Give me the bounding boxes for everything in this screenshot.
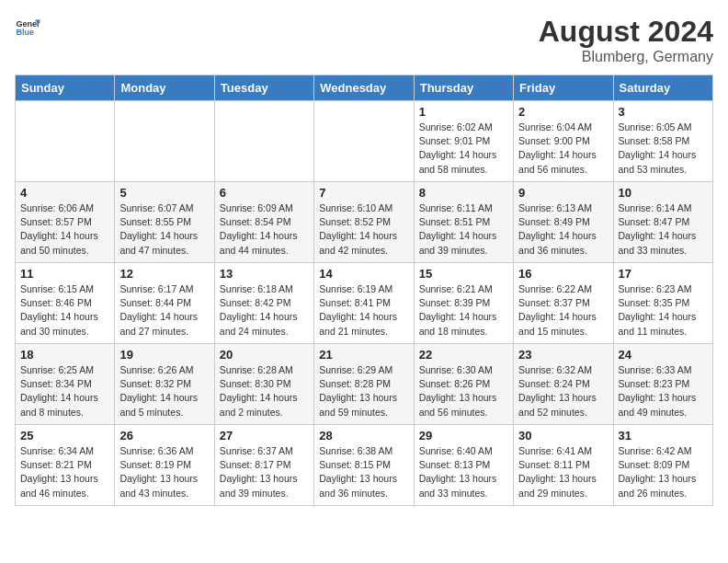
calendar-day-header: Tuesday [214,75,313,101]
day-number: 23 [518,348,608,362]
calendar-day-header: Thursday [414,75,513,101]
calendar-cell: 3Sunrise: 6:05 AMSunset: 8:58 PMDaylight… [613,101,712,182]
calendar-day-header: Friday [514,75,613,101]
logo: General Blue [15,15,40,40]
day-number: 1 [419,105,508,119]
calendar-cell: 5Sunrise: 6:07 AMSunset: 8:55 PMDaylight… [115,182,214,263]
calendar-cell: 30Sunrise: 6:41 AMSunset: 8:11 PMDayligh… [514,425,613,506]
day-info: Sunrise: 6:28 AMSunset: 8:30 PMDaylight:… [220,363,309,419]
day-number: 31 [619,429,708,442]
day-number: 11 [20,267,109,281]
calendar-week-row: 1Sunrise: 6:02 AMSunset: 9:01 PMDaylight… [16,101,713,182]
calendar-day-header: Saturday [613,75,712,101]
calendar-cell [16,101,115,182]
calendar-cell [314,101,414,182]
calendar-cell [214,101,313,182]
calendar-cell: 28Sunrise: 6:38 AMSunset: 8:15 PMDayligh… [314,425,414,506]
calendar-cell: 17Sunrise: 6:23 AMSunset: 8:35 PMDayligh… [613,263,712,344]
calendar-cell: 24Sunrise: 6:33 AMSunset: 8:23 PMDayligh… [613,344,712,425]
day-info: Sunrise: 6:13 AMSunset: 8:49 PMDaylight:… [518,201,608,258]
day-number: 18 [20,348,109,362]
day-number: 25 [20,429,109,442]
day-info: Sunrise: 6:19 AMSunset: 8:41 PMDaylight:… [319,282,408,339]
calendar-day-header: Monday [115,75,214,101]
day-number: 16 [518,267,608,281]
svg-text:Blue: Blue [16,28,34,37]
day-number: 7 [319,186,408,200]
day-number: 9 [518,186,608,200]
day-info: Sunrise: 6:07 AMSunset: 8:55 PMDaylight:… [119,201,209,258]
day-info: Sunrise: 6:38 AMSunset: 8:15 PMDaylight:… [319,444,408,500]
calendar-cell: 13Sunrise: 6:18 AMSunset: 8:42 PMDayligh… [214,263,313,344]
calendar-week-row: 25Sunrise: 6:34 AMSunset: 8:21 PMDayligh… [16,425,713,506]
day-number: 27 [220,429,309,442]
calendar-cell: 8Sunrise: 6:11 AMSunset: 8:51 PMDaylight… [414,182,513,263]
day-number: 30 [518,429,608,442]
day-info: Sunrise: 6:17 AMSunset: 8:44 PMDaylight:… [119,282,209,339]
calendar-cell: 7Sunrise: 6:10 AMSunset: 8:52 PMDaylight… [314,182,414,263]
day-number: 21 [319,348,408,362]
calendar-cell: 11Sunrise: 6:15 AMSunset: 8:46 PMDayligh… [16,263,115,344]
day-info: Sunrise: 6:15 AMSunset: 8:46 PMDaylight:… [20,282,109,339]
day-number: 6 [220,186,309,200]
day-number: 29 [419,429,508,442]
calendar-cell: 12Sunrise: 6:17 AMSunset: 8:44 PMDayligh… [115,263,214,344]
day-info: Sunrise: 6:06 AMSunset: 8:57 PMDaylight:… [20,201,109,258]
day-number: 5 [119,186,209,200]
calendar-cell: 2Sunrise: 6:04 AMSunset: 9:00 PMDaylight… [514,101,613,182]
day-number: 13 [220,267,309,281]
calendar-day-header: Sunday [16,75,115,101]
day-number: 26 [119,429,209,442]
calendar-cell: 21Sunrise: 6:29 AMSunset: 8:28 PMDayligh… [314,344,414,425]
calendar-cell: 1Sunrise: 6:02 AMSunset: 9:01 PMDaylight… [414,101,513,182]
day-info: Sunrise: 6:11 AMSunset: 8:51 PMDaylight:… [419,201,508,258]
calendar-cell: 25Sunrise: 6:34 AMSunset: 8:21 PMDayligh… [16,425,115,506]
day-info: Sunrise: 6:10 AMSunset: 8:52 PMDaylight:… [319,201,408,258]
calendar-cell: 26Sunrise: 6:36 AMSunset: 8:19 PMDayligh… [115,425,214,506]
day-number: 20 [220,348,309,362]
day-info: Sunrise: 6:40 AMSunset: 8:13 PMDaylight:… [419,444,508,500]
day-info: Sunrise: 6:21 AMSunset: 8:39 PMDaylight:… [419,282,508,339]
calendar-week-row: 18Sunrise: 6:25 AMSunset: 8:34 PMDayligh… [16,344,713,425]
day-number: 17 [619,267,708,281]
day-info: Sunrise: 6:05 AMSunset: 8:58 PMDaylight:… [619,121,708,177]
day-number: 15 [419,267,508,281]
title-block: August 2024 Blumberg, Germany [539,15,713,65]
calendar-cell: 18Sunrise: 6:25 AMSunset: 8:34 PMDayligh… [16,344,115,425]
main-title: August 2024 [539,15,713,49]
day-number: 3 [619,105,708,119]
day-number: 28 [319,429,408,442]
day-info: Sunrise: 6:37 AMSunset: 8:17 PMDaylight:… [220,444,309,500]
calendar-cell: 16Sunrise: 6:22 AMSunset: 8:37 PMDayligh… [514,263,613,344]
calendar-header-row: SundayMondayTuesdayWednesdayThursdayFrid… [16,75,713,101]
calendar-cell: 31Sunrise: 6:42 AMSunset: 8:09 PMDayligh… [613,425,712,506]
calendar-day-header: Wednesday [314,75,414,101]
day-info: Sunrise: 6:25 AMSunset: 8:34 PMDaylight:… [20,363,109,419]
day-info: Sunrise: 6:04 AMSunset: 9:00 PMDaylight:… [518,121,608,177]
day-info: Sunrise: 6:23 AMSunset: 8:35 PMDaylight:… [619,282,708,339]
calendar-table: SundayMondayTuesdayWednesdayThursdayFrid… [15,75,713,506]
calendar-cell: 6Sunrise: 6:09 AMSunset: 8:54 PMDaylight… [214,182,313,263]
day-info: Sunrise: 6:36 AMSunset: 8:19 PMDaylight:… [119,444,209,500]
day-info: Sunrise: 6:30 AMSunset: 8:26 PMDaylight:… [419,363,508,419]
day-info: Sunrise: 6:14 AMSunset: 8:47 PMDaylight:… [619,201,708,258]
day-info: Sunrise: 6:32 AMSunset: 8:24 PMDaylight:… [518,363,608,419]
day-number: 4 [20,186,109,200]
day-info: Sunrise: 6:26 AMSunset: 8:32 PMDaylight:… [119,363,209,419]
calendar-week-row: 11Sunrise: 6:15 AMSunset: 8:46 PMDayligh… [16,263,713,344]
day-number: 8 [419,186,508,200]
day-info: Sunrise: 6:02 AMSunset: 9:01 PMDaylight:… [419,121,508,177]
day-number: 24 [619,348,708,362]
calendar-cell: 19Sunrise: 6:26 AMSunset: 8:32 PMDayligh… [115,344,214,425]
calendar-cell: 27Sunrise: 6:37 AMSunset: 8:17 PMDayligh… [214,425,313,506]
page-header: General Blue August 2024 Blumberg, Germa… [15,15,713,65]
day-info: Sunrise: 6:22 AMSunset: 8:37 PMDaylight:… [518,282,608,339]
calendar-cell [115,101,214,182]
calendar-week-row: 4Sunrise: 6:06 AMSunset: 8:57 PMDaylight… [16,182,713,263]
day-number: 22 [419,348,508,362]
day-info: Sunrise: 6:42 AMSunset: 8:09 PMDaylight:… [619,444,708,500]
day-info: Sunrise: 6:33 AMSunset: 8:23 PMDaylight:… [619,363,708,419]
calendar-cell: 14Sunrise: 6:19 AMSunset: 8:41 PMDayligh… [314,263,414,344]
day-info: Sunrise: 6:34 AMSunset: 8:21 PMDaylight:… [20,444,109,500]
day-info: Sunrise: 6:29 AMSunset: 8:28 PMDaylight:… [319,363,408,419]
